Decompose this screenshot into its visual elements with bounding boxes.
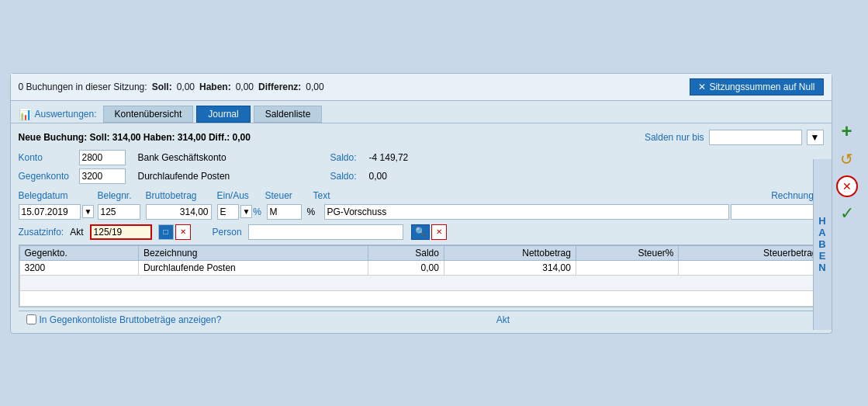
zusatz-square-btn[interactable]: □ xyxy=(158,224,174,240)
cell-steuer-percent xyxy=(576,260,679,275)
session-reset-label: Sitzungssummen auf Null xyxy=(709,82,814,92)
zusatz-akt: Akt xyxy=(70,227,83,238)
einaus-input[interactable] xyxy=(217,204,239,220)
chart-icon: 📊 xyxy=(19,108,32,120)
cell-bezeichnung: Durchlaufende Posten xyxy=(139,260,368,275)
brutto-checkbox[interactable] xyxy=(26,314,36,324)
differenz-value: 0,00 xyxy=(306,82,323,92)
salden-bis-area: Salden nur bis ▼ xyxy=(645,130,824,145)
th-text: Text xyxy=(313,190,729,201)
data-table: Gegenkto. Bezeichnung Saldo Nettobetrag … xyxy=(19,245,823,307)
konto-desc: Bank Geschäftskonto xyxy=(138,152,278,163)
konto-input[interactable] xyxy=(79,150,126,165)
tab-saldenliste[interactable]: Saldenliste xyxy=(254,106,323,123)
belegdatum-input[interactable] xyxy=(19,204,81,220)
th-brutto: Bruttobetrag xyxy=(146,190,216,201)
th-steuerbetrag: Steuerbetrag xyxy=(679,245,822,260)
salden-bis-input[interactable] xyxy=(709,130,802,145)
cell-steuerbetrag xyxy=(679,260,822,275)
right-buttons: + ↺ ✕ ✓ xyxy=(832,73,859,225)
konto-saldo-value: -4 149,72 xyxy=(369,152,409,163)
bottom-bar: In Gegenkontoliste Bruttobeträge anzeige… xyxy=(19,311,824,328)
konto-row: Konto Bank Geschäftskonto Saldo: -4 149,… xyxy=(19,150,824,165)
haben-column: H A B E N xyxy=(813,159,832,330)
belegnr-input[interactable] xyxy=(98,204,140,220)
th-nettobetrag: Nettobetrag xyxy=(444,245,576,260)
cell-saldo: 0,00 xyxy=(368,260,444,275)
differenz-label: Differenz: xyxy=(258,82,301,92)
person-label: Person xyxy=(213,227,242,238)
brutto-input[interactable] xyxy=(146,204,212,220)
haben-value: 0,00 xyxy=(236,82,254,92)
th-rechnungnr: RechnungNr xyxy=(731,190,824,201)
confirm-button[interactable]: ✓ xyxy=(835,202,859,225)
checkbox-area: In Gegenkontoliste Bruttobeträge anzeige… xyxy=(26,314,222,325)
session-info: 0 Buchungen in dieser Sitzung: Soll: 0,0… xyxy=(19,82,324,92)
neue-buchung-info: Neue Buchung: Soll: 314,00 Haben: 314,00… xyxy=(19,132,251,143)
cancel-button[interactable]: ✕ xyxy=(836,175,858,197)
th-belegnr: Belegnr. xyxy=(98,190,144,201)
empty-row-2 xyxy=(19,290,822,306)
th-saldo: Saldo xyxy=(368,245,444,260)
th-steuer-percent: Steuer% xyxy=(576,245,679,260)
tabs-area: 📊 Auswertungen: Kontenübersicht Journal … xyxy=(11,101,832,123)
gegenkonto-row: Gegenkonto Durchlaufende Posten Saldo: 0… xyxy=(19,168,824,184)
tab-journal[interactable]: Journal xyxy=(196,106,250,123)
belegdatum-dropdown-icon[interactable]: ▼ xyxy=(82,205,95,218)
table-header-row: Gegenkto. Bezeichnung Saldo Nettobetrag … xyxy=(19,245,822,260)
auswertungen-label: 📊 Auswertungen: xyxy=(19,108,97,120)
zusatz-row: Zusatzinfo: Akt □ ✕ Person 🔍 ✕ xyxy=(19,223,824,241)
cell-gegenkto: 3200 xyxy=(19,260,139,275)
entry-row: ▼ ▼ % % xyxy=(19,204,824,220)
salden-bis-label: Salden nur bis xyxy=(645,132,704,143)
rechnungnr-input[interactable] xyxy=(731,204,820,220)
zusatz-icons: □ ✕ xyxy=(158,224,191,240)
x-icon: ✕ xyxy=(698,82,706,92)
soll-label: Soll: xyxy=(152,82,172,92)
zusatz-clear-btn[interactable]: ✕ xyxy=(175,224,191,240)
akt-label: Akt xyxy=(496,314,510,325)
text-input[interactable] xyxy=(324,204,729,220)
person-search-btn[interactable]: 🔍 xyxy=(411,224,430,240)
zusatz-input[interactable] xyxy=(90,224,152,240)
th-belegdatum: Belegdatum xyxy=(19,190,96,201)
steuer-input[interactable] xyxy=(267,204,302,220)
person-icons: 🔍 ✕ xyxy=(411,224,447,240)
haben-b: B xyxy=(818,238,825,250)
th-einaus: Ein/Aus xyxy=(217,190,264,201)
haben-h: H xyxy=(818,215,825,227)
add-button[interactable]: + xyxy=(835,120,859,143)
haben-n: N xyxy=(818,262,825,273)
haben-label: Haben: xyxy=(199,82,231,92)
gegenkonto-label: Gegenkonto xyxy=(19,171,73,182)
th-steuer: Steuer xyxy=(265,190,312,201)
haben-a: A xyxy=(818,227,825,238)
refresh-button[interactable]: ↺ xyxy=(835,147,859,171)
empty-row-1 xyxy=(19,275,822,290)
content-area: Neue Buchung: Soll: 314,00 Haben: 314,00… xyxy=(11,123,832,333)
konto-label: Konto xyxy=(19,152,73,163)
buchungen-info: 0 Buchungen in dieser Sitzung: xyxy=(19,82,147,92)
cell-nettobetrag: 314,00 xyxy=(444,260,576,275)
table-row[interactable]: 3200 Durchlaufende Posten 0,00 314,00 xyxy=(19,260,822,275)
gegenkonto-input[interactable] xyxy=(79,168,126,184)
haben-e: E xyxy=(819,250,826,262)
steuer-percent-sign: % xyxy=(307,206,323,217)
person-clear-btn[interactable]: ✕ xyxy=(431,224,447,240)
gegenkonto-desc: Durchlaufende Posten xyxy=(138,171,278,182)
tab-kontenuebersicht[interactable]: Kontenübersicht xyxy=(103,106,194,123)
konto-saldo-label: Saldo: xyxy=(330,152,357,163)
steuer-percent-label: % xyxy=(250,206,265,217)
auswertungen-text: Auswertungen: xyxy=(35,109,97,120)
soll-value: 0,00 xyxy=(177,82,195,92)
person-input[interactable] xyxy=(248,224,403,240)
neue-buchung-row: Neue Buchung: Soll: 314,00 Haben: 314,00… xyxy=(19,128,824,147)
top-bar: 0 Buchungen in dieser Sitzung: Soll: 0,0… xyxy=(11,74,832,101)
session-reset-button[interactable]: ✕ Sitzungssummen auf Null xyxy=(690,78,823,95)
th-gegenkto: Gegenkto. xyxy=(19,245,139,260)
salden-dropdown-icon[interactable]: ▼ xyxy=(807,130,824,145)
gegenkonto-saldo-value: 0,00 xyxy=(369,171,387,182)
entry-headers: Belegdatum Belegnr. Bruttobetrag Ein/Aus… xyxy=(19,187,824,201)
gegenkonto-saldo-label: Saldo: xyxy=(330,171,357,182)
th-bezeichnung: Bezeichnung xyxy=(139,245,368,260)
